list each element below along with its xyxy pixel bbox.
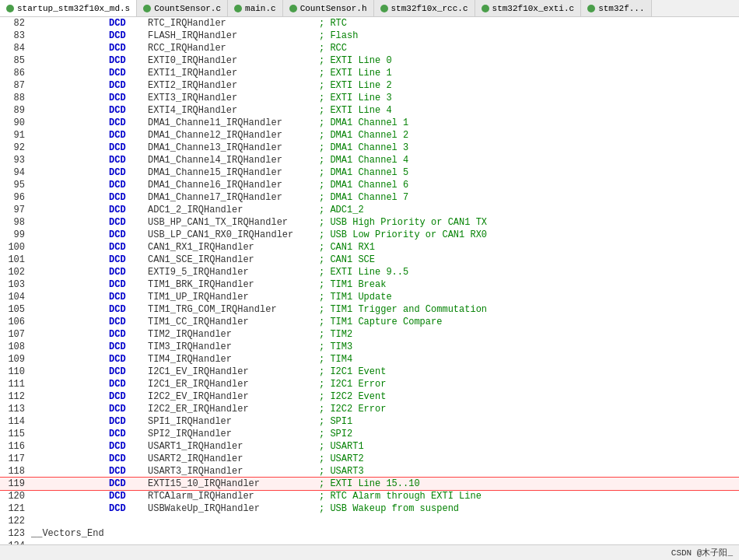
tab-4[interactable]: stm32f10x_rcc.c [374,0,475,17]
line-operand: EXTI9_5_IRQHandler [148,266,319,278]
line-comment: ; EXTI Line 1 [319,67,739,79]
tab-6[interactable]: stm32f... [581,0,651,17]
line-number: 105 [0,303,31,316]
table-row: 86DCDEXTI1_IRQHandler; EXTI Line 1 [0,67,739,79]
line-number: 123 [0,527,31,540]
line-number: 90 [0,117,31,129]
table-row: 112DCDI2C2_EV_IRQHandler; I2C2 Event [0,390,739,403]
line-comment: ; EXTI Line 0 [319,54,739,67]
line-operand: USBWakeUp_IRQHandler [148,502,319,515]
line-label [31,316,109,328]
line-comment: ; TIM2 [319,328,739,341]
line-instruction: DCD [109,403,148,415]
line-instruction: DCD [109,316,148,328]
line-instruction: DCD [109,353,148,366]
table-row: 104DCDTIM1_UP_IRQHandler; TIM1 Update [0,291,739,303]
line-number: 113 [0,403,31,415]
line-comment: ; USB Wakeup from suspend [319,502,739,515]
line-number: 111 [0,378,31,390]
line-instruction: DCD [109,440,148,453]
line-comment: ; RTC [319,17,739,30]
line-number: 85 [0,54,31,67]
line-comment: ; EXTI Line 3 [319,92,739,104]
line-comment: ; I2C1 Error [319,378,739,390]
table-row: 105DCDTIM1_TRG_COM_IRQHandler; TIM1 Trig… [0,303,739,316]
line-comment: ; CAN1 RX1 [319,241,739,254]
line-operand: SPI2_IRQHandler [148,428,319,440]
line-comment: ; TIM1 Break [319,278,739,291]
line-comment: ; DMA1 Channel 1 [319,117,739,129]
line-comment: ; USART2 [319,453,739,465]
line-number: 100 [0,241,31,254]
line-label [31,179,109,191]
table-row: 120DCDRTCAlarm_IRQHandler; RTC Alarm thr… [0,490,739,502]
line-label [31,478,109,490]
line-instruction: DCD [109,241,148,254]
line-comment: ; TIM4 [319,353,739,366]
line-instruction: DCD [109,390,148,403]
table-row: 91DCDDMA1_Channel2_IRQHandler; DMA1 Chan… [0,129,739,142]
tab-1[interactable]: CountSensor.c [137,0,228,17]
line-label [31,142,109,154]
line-instruction: DCD [109,291,148,303]
line-label [31,403,109,415]
line-label [31,341,109,353]
table-row: 110DCDI2C1_EV_IRQHandler; I2C1 Event [0,366,739,378]
tab-bar: startup_stm32f10x_md.sCountSensor.cmain.… [0,0,739,17]
table-row: 85DCDEXTI0_IRQHandler; EXTI Line 0 [0,54,739,67]
line-number: 109 [0,353,31,366]
line-instruction: DCD [109,328,148,341]
line-label [31,453,109,465]
line-instruction: DCD [109,17,148,30]
line-label: __Vectors_End [31,527,109,540]
line-operand: EXTI4_IRQHandler [148,104,319,117]
tab-3[interactable]: CountSensor.h [283,0,374,17]
line-comment: ; RCC [319,42,739,54]
line-operand: USART1_IRQHandler [148,440,319,453]
line-operand: DMA1_Channel1_IRQHandler [148,117,319,129]
line-instruction: DCD [109,229,148,241]
tab-label-6: stm32f... [598,4,644,13]
line-comment: ; TIM1 Capture Compare [319,316,739,328]
tab-label-0: startup_stm32f10x_md.s [17,4,130,13]
line-number: 93 [0,154,31,166]
line-number: 97 [0,204,31,216]
line-number: 107 [0,328,31,341]
line-instruction: DCD [109,79,148,92]
tab-0[interactable]: startup_stm32f10x_md.s [0,0,137,17]
line-number: 83 [0,30,31,42]
line-number: 99 [0,229,31,241]
line-operand: TIM3_IRQHandler [148,341,319,353]
line-number: 122 [0,515,31,527]
tab-icon-1 [143,5,151,12]
line-operand [148,515,319,527]
line-comment: ; USART1 [319,440,739,453]
line-instruction: DCD [109,67,148,79]
line-label [31,440,109,453]
line-number: 116 [0,440,31,453]
line-comment: ; I2C2 Event [319,390,739,403]
tab-2[interactable]: main.c [228,0,283,17]
line-instruction: DCD [109,453,148,465]
tab-5[interactable]: stm32f10x_exti.c [475,0,582,17]
line-operand: EXTI1_IRQHandler [148,67,319,79]
line-instruction: DCD [109,502,148,515]
line-operand: RTC_IRQHandler [148,17,319,30]
line-operand: DMA1_Channel4_IRQHandler [148,154,319,166]
table-row: 106DCDTIM1_CC_IRQHandler; TIM1 Capture C… [0,316,739,328]
line-number: 114 [0,415,31,428]
tab-label-4: stm32f10x_rcc.c [391,4,468,13]
line-label [31,266,109,278]
line-comment: ; DMA1 Channel 4 [319,154,739,166]
line-operand: I2C1_EV_IRQHandler [148,366,319,378]
line-operand: TIM1_UP_IRQHandler [148,291,319,303]
line-number: 112 [0,390,31,403]
table-row: 94DCDDMA1_Channel5_IRQHandler; DMA1 Chan… [0,166,739,179]
line-instruction [109,527,148,540]
line-instruction: DCD [109,129,148,142]
line-label [31,428,109,440]
line-label [31,54,109,67]
line-number: 96 [0,191,31,204]
line-comment: ; EXTI Line 2 [319,79,739,92]
line-instruction [109,515,148,527]
